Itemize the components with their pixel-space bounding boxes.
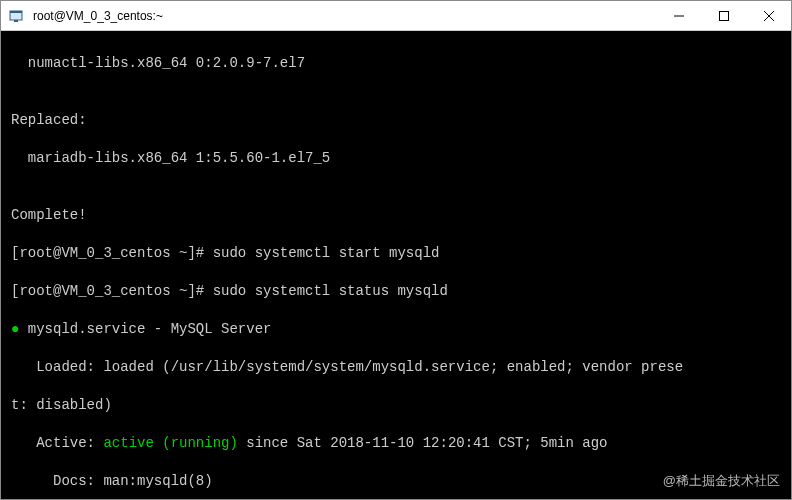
svg-rect-4 [719,11,728,20]
active-rest: since Sat 2018-11-10 12:20:41 CST; 5min … [238,435,608,451]
maximize-button[interactable] [701,1,746,31]
command-text: sudo systemctl start mysqld [213,245,440,261]
prompt: [root@VM_0_3_centos ~]# [11,283,213,299]
prompt: [root@VM_0_3_centos ~]# [11,245,213,261]
terminal-window: root@VM_0_3_centos:~ numactl-libs.x86_64… [0,0,792,500]
active-state: active (running) [103,435,237,451]
minimize-button[interactable] [656,1,701,31]
window-title: root@VM_0_3_centos:~ [31,9,163,23]
close-button[interactable] [746,1,791,31]
title-bar[interactable]: root@VM_0_3_centos:~ [1,1,791,31]
putty-icon [1,8,31,24]
prompt-line: [root@VM_0_3_centos ~]# sudo systemctl s… [11,244,781,263]
active-line: Active: active (running) since Sat 2018-… [11,434,781,453]
svg-rect-1 [10,11,22,13]
prompt-line: [root@VM_0_3_centos ~]# sudo systemctl s… [11,282,781,301]
active-label: Active: [11,435,103,451]
output-line: t: disabled) [11,396,781,415]
output-line: Docs: man:mysqld(8) [11,472,781,491]
output-line: mariadb-libs.x86_64 1:5.5.60-1.el7_5 [11,149,781,168]
output-line: numactl-libs.x86_64 0:2.0.9-7.el7 [11,54,781,73]
output-line: Loaded: loaded (/usr/lib/systemd/system/… [11,358,781,377]
output-line: Replaced: [11,111,781,130]
service-name: mysqld.service - MySQL Server [19,321,271,337]
svg-rect-2 [14,20,18,22]
output-line: Complete! [11,206,781,225]
service-header: ● mysqld.service - MySQL Server [11,320,781,339]
command-text: sudo systemctl status mysqld [213,283,448,299]
terminal-body[interactable]: numactl-libs.x86_64 0:2.0.9-7.el7 Replac… [1,31,791,499]
